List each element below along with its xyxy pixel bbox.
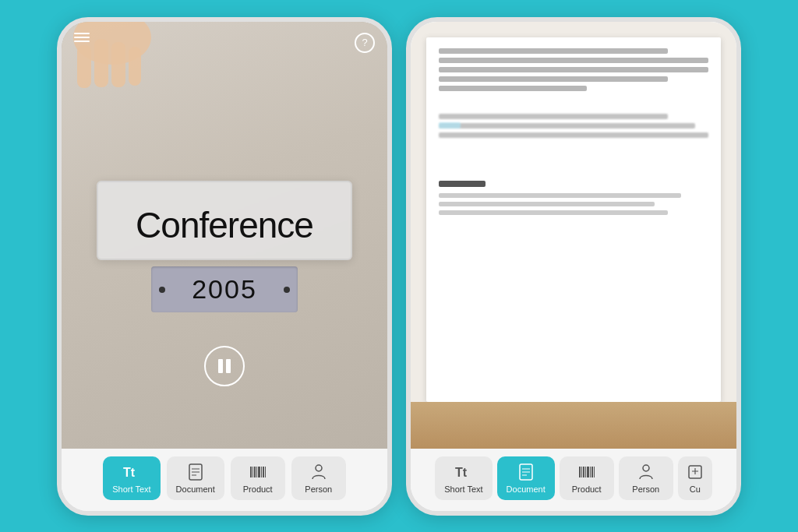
svg-text:Tt: Tt (455, 466, 468, 479)
doc-line (439, 67, 708, 72)
phone-2: Tt Short Text Document (406, 17, 741, 516)
toolbar-1: Tt Short Text Document (62, 449, 387, 511)
svg-rect-27 (585, 467, 586, 477)
svg-rect-31 (594, 467, 595, 477)
sign-main-plate: Conference (97, 181, 352, 260)
tool-short-text-1[interactable]: Tt Short Text (103, 456, 160, 500)
document-icon-1 (186, 463, 205, 481)
sign-number-plate: 2005 (151, 266, 298, 312)
table-surface (411, 402, 736, 449)
short-text-label-1: Short Text (112, 484, 150, 494)
camera-view: ? Conference 2005 (62, 22, 387, 449)
svg-text:Tt: Tt (123, 466, 136, 479)
tool-product-2[interactable]: Product (560, 456, 614, 500)
tool-custom-2[interactable]: Cu (678, 456, 712, 500)
short-text-icon-2: Tt (454, 463, 473, 481)
doc-block-1 (426, 37, 721, 106)
product-icon-2 (577, 463, 596, 481)
product-label-2: Product (572, 484, 602, 494)
product-icon-1 (249, 463, 267, 481)
doc-table-section (426, 173, 721, 223)
document-label-1: Document (176, 484, 215, 494)
short-text-icon-1: Tt (122, 463, 141, 481)
phone-1-screen: ? Conference 2005 (62, 22, 387, 511)
svg-rect-15 (261, 467, 262, 477)
svg-rect-29 (590, 467, 591, 477)
doc-blur-block (426, 106, 721, 150)
tool-short-text-2[interactable]: Tt Short Text (435, 456, 492, 500)
svg-rect-25 (581, 467, 582, 477)
custom-icon-2 (686, 463, 704, 481)
svg-rect-10 (250, 467, 252, 477)
doc-line (439, 86, 587, 91)
svg-rect-12 (254, 467, 256, 477)
doc-line (439, 48, 668, 54)
conference-text: Conference (136, 204, 313, 246)
short-text-label-2: Short Text (444, 484, 482, 494)
menu-icon[interactable] (74, 33, 90, 42)
svg-rect-28 (587, 467, 589, 477)
conference-sign: Conference 2005 (97, 181, 352, 312)
custom-label-2: Cu (690, 484, 701, 494)
person-label-1: Person (305, 484, 332, 494)
doc-section-title (439, 181, 486, 187)
pause-icon-2 (567, 359, 580, 373)
svg-rect-16 (263, 467, 264, 477)
person-label-2: Person (632, 484, 659, 494)
doc-line (439, 58, 708, 63)
document-label-2: Document (507, 484, 546, 494)
pause-icon-1 (218, 359, 231, 373)
svg-point-32 (643, 465, 649, 471)
svg-rect-30 (591, 467, 593, 477)
svg-rect-13 (256, 467, 257, 477)
room-number: 2005 (192, 274, 257, 305)
document-view (411, 22, 736, 449)
phone-1: ? Conference 2005 (57, 17, 392, 516)
toolbar-2: Tt Short Text Document (411, 449, 736, 511)
svg-rect-11 (252, 467, 253, 477)
svg-rect-26 (583, 467, 584, 477)
pause-button-2[interactable] (553, 346, 594, 386)
help-icon[interactable]: ? (355, 33, 375, 53)
doc-line (439, 76, 668, 82)
tool-document-1[interactable]: Document (167, 456, 224, 500)
person-icon-2 (637, 463, 655, 481)
doc-text-lines (439, 193, 708, 215)
svg-rect-24 (579, 467, 581, 477)
tool-product-1[interactable]: Product (231, 456, 285, 500)
phone-2-screen: Tt Short Text Document (411, 22, 736, 511)
product-label-1: Product (243, 484, 273, 494)
tool-person-1[interactable]: Person (291, 456, 346, 500)
document-icon-2 (517, 463, 535, 481)
pause-button-1[interactable] (204, 346, 245, 386)
person-icon-1 (309, 463, 328, 481)
top-bar-1: ? (62, 22, 387, 53)
svg-rect-17 (265, 467, 266, 477)
svg-point-18 (316, 465, 322, 471)
tool-person-2[interactable]: Person (619, 456, 673, 500)
tool-document-2[interactable]: Document (497, 456, 555, 500)
svg-rect-14 (258, 467, 260, 477)
